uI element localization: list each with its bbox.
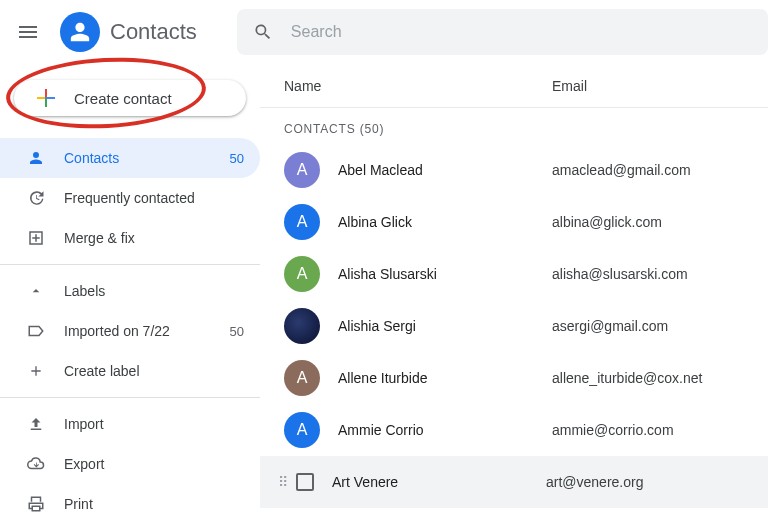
contact-name: Abel Maclead [338, 162, 552, 178]
divider [0, 264, 260, 265]
divider [0, 397, 260, 398]
print-icon [26, 495, 46, 513]
sidebar-item-import[interactable]: Import [0, 404, 260, 444]
sidebar-count: 50 [230, 151, 244, 166]
contact-name: Alisha Slusarski [338, 266, 552, 282]
history-icon [26, 189, 46, 207]
contact-email: amaclead@gmail.com [552, 162, 691, 178]
avatar: A [284, 412, 320, 448]
avatar: A [284, 256, 320, 292]
plus-icon [34, 86, 58, 110]
contact-name: Art Venere [332, 474, 546, 490]
svg-rect-0 [45, 89, 47, 97]
sidebar-item-export[interactable]: Export [0, 444, 260, 484]
contact-row[interactable]: A Abel Maclead amaclead@gmail.com [260, 144, 768, 196]
contact-row[interactable]: ⠿ Art Venere art@venere.org [260, 456, 768, 508]
select-checkbox[interactable] [296, 473, 314, 491]
list-header: Name Email [260, 64, 768, 108]
avatar: A [284, 204, 320, 240]
sidebar-item-labels-header[interactable]: Labels [0, 271, 260, 311]
create-contact-label: Create contact [74, 90, 172, 107]
contacts-section-title: CONTACTS (50) [260, 108, 768, 144]
contact-row[interactable]: A Ammie Corrio ammie@corrio.com [260, 404, 768, 456]
svg-rect-3 [47, 97, 55, 99]
search-icon [253, 22, 273, 42]
search-bar[interactable] [237, 9, 768, 55]
avatar: A [284, 152, 320, 188]
label-icon [26, 322, 46, 340]
app-title: Contacts [110, 19, 197, 45]
contacts-logo-icon [60, 12, 100, 52]
sidebar-label: Labels [64, 283, 244, 299]
brand: Contacts [60, 12, 197, 52]
sidebar-item-merge[interactable]: Merge & fix [0, 218, 260, 258]
main-menu-button[interactable] [16, 20, 40, 44]
contact-row[interactable]: A Albina Glick albina@glick.com [260, 196, 768, 248]
contact-name: Alishia Sergi [338, 318, 552, 334]
person-icon [26, 149, 46, 167]
contact-email: alisha@slusarski.com [552, 266, 688, 282]
avatar: A [284, 360, 320, 396]
svg-rect-2 [37, 97, 45, 99]
svg-rect-1 [45, 99, 47, 107]
sidebar-label: Import [64, 416, 244, 432]
sidebar-label: Imported on 7/22 [64, 323, 230, 339]
search-input[interactable] [289, 22, 752, 42]
sidebar-label: Merge & fix [64, 230, 244, 246]
column-name: Name [284, 78, 552, 94]
sidebar-item-print[interactable]: Print [0, 484, 260, 524]
drag-handle-icon[interactable]: ⠿ [278, 479, 288, 485]
upload-icon [26, 415, 46, 433]
sidebar-count: 50 [230, 324, 244, 339]
contact-email: ammie@corrio.com [552, 422, 674, 438]
contact-name: Allene Iturbide [338, 370, 552, 386]
sidebar-item-create-label[interactable]: Create label [0, 351, 260, 391]
svg-rect-4 [45, 97, 47, 99]
create-contact-button[interactable]: Create contact [14, 80, 246, 116]
sidebar-item-frequent[interactable]: Frequently contacted [0, 178, 260, 218]
chevron-up-icon [26, 283, 46, 299]
sidebar-label: Print [64, 496, 244, 512]
contact-email: albina@glick.com [552, 214, 662, 230]
contact-name: Ammie Corrio [338, 422, 552, 438]
merge-icon [26, 229, 46, 247]
sidebar-label: Export [64, 456, 244, 472]
contact-row[interactable]: A Allene Iturbide allene_iturbide@cox.ne… [260, 352, 768, 404]
plus-small-icon [26, 363, 46, 379]
contact-email: allene_iturbide@cox.net [552, 370, 702, 386]
cloud-download-icon [26, 455, 46, 473]
contact-name: Albina Glick [338, 214, 552, 230]
contact-row[interactable]: A Alisha Slusarski alisha@slusarski.com [260, 248, 768, 300]
sidebar-item-imported[interactable]: Imported on 7/22 50 [0, 311, 260, 351]
contact-row[interactable]: Alishia Sergi asergi@gmail.com [260, 300, 768, 352]
contact-email: asergi@gmail.com [552, 318, 668, 334]
sidebar-label: Frequently contacted [64, 190, 244, 206]
column-email: Email [552, 78, 768, 94]
sidebar-label: Create label [64, 363, 244, 379]
sidebar-label: Contacts [64, 150, 230, 166]
contact-email: art@venere.org [546, 474, 643, 490]
avatar [284, 308, 320, 344]
sidebar-item-contacts[interactable]: Contacts 50 [0, 138, 260, 178]
